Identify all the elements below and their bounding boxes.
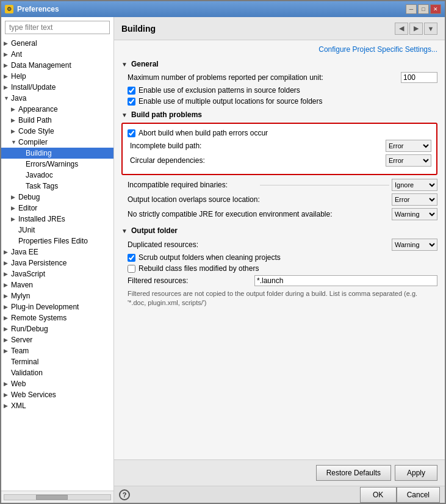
sidebar-item-label-building: Building — [26, 149, 52, 157]
sidebar-item-label-build-path: Build Path — [18, 116, 52, 124]
sidebar-item-installed-jres[interactable]: ▶Installed JREs — [1, 214, 113, 225]
sidebar-item-javascript[interactable]: ▶JavaScript — [1, 268, 113, 279]
sidebar-item-junit[interactable]: JUnit — [1, 225, 113, 236]
sidebar-item-label-remote-systems: Remote Systems — [11, 314, 67, 322]
duplicated-resources-row: Duplicated resources: Ignore Warning Err… — [121, 239, 437, 251]
tree-arrow-javascript: ▶ — [4, 271, 11, 277]
sidebar-item-web-services[interactable]: ▶Web Services — [1, 389, 113, 400]
sidebar-item-remote-systems[interactable]: ▶Remote Systems — [1, 312, 113, 323]
nav-dropdown-button[interactable]: ▼ — [424, 23, 437, 35]
sidebar-item-label-data-management: Data Management — [11, 61, 71, 70]
exclusion-patterns-label: Enable use of exclusion patterns in sour… — [138, 86, 300, 95]
minimize-button[interactable]: ─ — [406, 4, 417, 14]
cancel-button[interactable]: Cancel — [397, 487, 440, 503]
apply-button[interactable]: Apply — [395, 465, 437, 481]
rebuild-class-checkbox[interactable] — [128, 265, 135, 273]
max-problems-row: Maximum number of problems reported per … — [121, 72, 437, 83]
panel-title: Building — [121, 24, 395, 34]
no-jre-dropdown[interactable]: Ignore Warning Error — [392, 208, 437, 220]
nav-forward-button[interactable]: ▶ — [409, 23, 423, 35]
sidebar-item-appearance[interactable]: ▶Appearance — [1, 104, 113, 115]
max-problems-input[interactable] — [401, 72, 437, 83]
sidebar: ▶General▶Ant▶Data Management▶Help▶Instal… — [1, 17, 114, 503]
sidebar-item-java[interactable]: ▼Java — [1, 93, 113, 104]
output-folder-section-title: Output folder — [131, 226, 178, 235]
tree-arrow-building — [18, 150, 26, 156]
sidebar-scrollbar[interactable] — [1, 491, 113, 503]
filtered-resources-label: Filtered resources: — [128, 276, 254, 285]
sidebar-item-editor[interactable]: ▶Editor — [1, 203, 113, 214]
incomplete-build-dropdown[interactable]: Ignore Warning Error — [386, 140, 431, 152]
sidebar-item-label-errors-warnings: Errors/Warnings — [26, 160, 78, 168]
sidebar-item-general[interactable]: ▶General — [1, 38, 113, 49]
panel-body: Configure Project Specific Settings... ▼… — [114, 40, 445, 459]
sidebar-item-label-task-tags: Task Tags — [26, 182, 58, 190]
sidebar-item-code-style[interactable]: ▶Code Style — [1, 126, 113, 137]
abort-build-checkbox[interactable] — [128, 129, 135, 137]
exclusion-patterns-checkbox[interactable] — [128, 87, 135, 95]
help-button[interactable]: ? — [119, 489, 130, 500]
duplicated-resources-label: Duplicated resources: — [128, 240, 392, 249]
sidebar-item-data-management[interactable]: ▶Data Management — [1, 60, 113, 71]
sidebar-item-plugin-development[interactable]: ▶Plug-in Development — [1, 301, 113, 312]
incompatible-binaries-dropdown[interactable]: Ignore Warning Error — [392, 179, 437, 191]
panel-header: Building ◀ ▶ ▼ — [114, 17, 445, 40]
sidebar-item-validation[interactable]: Validation — [1, 367, 113, 378]
sidebar-item-help[interactable]: ▶Help — [1, 71, 113, 82]
sidebar-item-label-java-persistence: Java Persistence — [11, 259, 67, 267]
sidebar-item-xml[interactable]: ▶XML — [1, 400, 113, 411]
content-area: ▶General▶Ant▶Data Management▶Help▶Instal… — [1, 17, 445, 503]
sidebar-item-label-web-services: Web Services — [11, 391, 56, 399]
sidebar-item-install-update[interactable]: ▶Install/Update — [1, 82, 113, 93]
incomplete-build-row: Incomplete build path: Ignore Warning Er… — [128, 140, 431, 152]
sidebar-item-build-path[interactable]: ▶Build Path — [1, 115, 113, 126]
build-path-section-title: Build path problems — [131, 110, 202, 119]
sidebar-item-java-ee[interactable]: ▶Java EE — [1, 247, 113, 257]
tree-arrow-maven: ▶ — [4, 282, 11, 288]
configure-link[interactable]: Configure Project Specific Settings... — [318, 45, 437, 54]
tree-arrow-general: ▶ — [4, 40, 11, 46]
scrub-output-checkbox[interactable] — [128, 254, 135, 262]
scroll-thumb[interactable] — [36, 495, 68, 500]
sidebar-item-ant[interactable]: ▶Ant — [1, 49, 113, 60]
maximize-button[interactable]: □ — [418, 4, 429, 14]
sidebar-item-web[interactable]: ▶Web — [1, 378, 113, 389]
sidebar-item-label-junit: JUnit — [18, 226, 35, 234]
sidebar-item-maven[interactable]: ▶Maven — [1, 279, 113, 290]
sidebar-item-compiler[interactable]: ▼Compiler — [1, 137, 113, 148]
sidebar-item-team[interactable]: ▶Team — [1, 345, 113, 356]
ok-button[interactable]: OK — [360, 487, 397, 503]
sidebar-item-label-mylyn: Mylyn — [11, 292, 30, 300]
sidebar-item-label-editor: Editor — [18, 204, 37, 212]
restore-defaults-button[interactable]: Restore Defaults — [316, 465, 391, 481]
sidebar-item-properties-files[interactable]: Properties Files Edito — [1, 236, 113, 247]
no-jre-label: No strictly compatible JRE for execution… — [128, 210, 392, 218]
configure-link-row: Configure Project Specific Settings... — [121, 45, 437, 54]
scroll-track[interactable] — [4, 494, 111, 500]
duplicated-resources-dropdown[interactable]: Ignore Warning Error — [392, 239, 437, 251]
sidebar-item-mylyn[interactable]: ▶Mylyn — [1, 290, 113, 301]
multiple-output-checkbox[interactable] — [128, 98, 135, 106]
sidebar-item-label-ant: Ant — [11, 50, 22, 59]
sidebar-item-java-persistence[interactable]: ▶Java Persistence — [1, 257, 113, 268]
sidebar-item-label-team: Team — [11, 347, 29, 355]
sidebar-item-debug[interactable]: ▶Debug — [1, 192, 113, 203]
sidebar-item-task-tags[interactable]: Task Tags — [1, 181, 113, 192]
sidebar-item-javadoc[interactable]: Javadoc — [1, 170, 113, 181]
sidebar-item-building[interactable]: Building — [1, 148, 113, 159]
sidebar-item-label-properties-files: Properties Files Edito — [18, 237, 88, 245]
sidebar-item-run-debug[interactable]: ▶Run/Debug — [1, 323, 113, 334]
filtered-resources-note: Filtered resources are not copied to the… — [121, 289, 437, 308]
close-button[interactable]: ✕ — [430, 4, 441, 14]
sidebar-item-terminal[interactable]: Terminal — [1, 356, 113, 367]
circular-deps-dropdown[interactable]: Ignore Warning Error — [386, 154, 431, 167]
nav-back-button[interactable]: ◀ — [395, 23, 408, 35]
output-folder-arrow: ▼ — [121, 228, 129, 234]
filtered-resources-input[interactable] — [254, 275, 437, 286]
search-input[interactable] — [5, 21, 110, 34]
sidebar-item-errors-warnings[interactable]: Errors/Warnings — [1, 159, 113, 170]
sidebar-item-label-server: Server — [11, 336, 32, 344]
sidebar-item-label-run-debug: Run/Debug — [11, 325, 48, 333]
output-overlaps-dropdown[interactable]: Ignore Warning Error — [392, 193, 437, 206]
sidebar-item-server[interactable]: ▶Server — [1, 334, 113, 345]
